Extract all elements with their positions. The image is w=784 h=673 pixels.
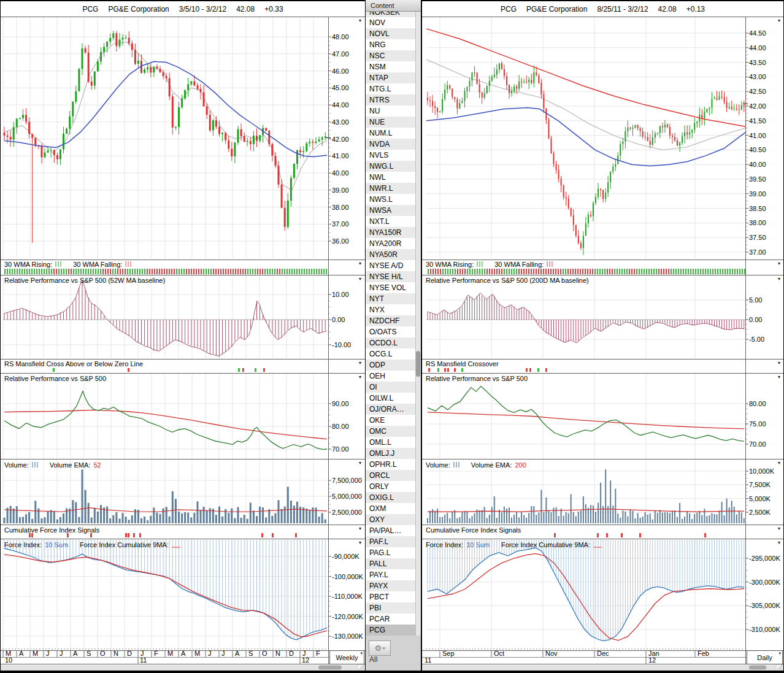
svg-text:39.00: 39.00	[332, 187, 349, 194]
svg-text:-300,000K: -300,000K	[749, 579, 780, 586]
ticker-symbol: PCAR	[369, 615, 390, 623]
left-chart-section: 48.0047.0046.0045.0044.0043.0042.0041.00…	[1, 0, 365, 671]
watchlist-item[interactable]: NZDCHF	[366, 315, 421, 326]
watchlist-item[interactable]: NUE	[366, 117, 421, 128]
watchlist-item[interactable]: ODP	[366, 360, 421, 371]
watchlist-item[interactable]: NTG.L	[366, 83, 421, 94]
scrollbar-thumb[interactable]	[416, 351, 420, 377]
watchlist-item[interactable]: PAG.L	[366, 547, 421, 558]
watchlist-item[interactable]: NYA50R	[366, 249, 421, 260]
watchlist-item[interactable]: NVLS	[366, 150, 421, 161]
watchlist-item[interactable]: OXY	[366, 514, 421, 525]
svg-text:▾: ▾	[359, 540, 361, 545]
watchlist-header[interactable]: Content	[366, 0, 421, 12]
watchlist-scrollbar[interactable]	[415, 12, 421, 636]
chevron-down-icon: ▾	[778, 651, 781, 656]
watchlist-item[interactable]: PBI	[366, 602, 421, 613]
right-chart-canvas[interactable]: 44.5044.0043.5043.0042.5042.0041.5041.00…	[422, 0, 783, 671]
watchlist-item[interactable]: NWL	[366, 172, 421, 183]
watchlist-item[interactable]: NUM.L	[366, 128, 421, 139]
svg-text:43.00: 43.00	[749, 73, 766, 80]
ticker-symbol: NYA150R	[369, 228, 401, 237]
watchlist-item[interactable]: OMLJ.J	[366, 448, 421, 459]
watchlist-item[interactable]: PBCT	[366, 591, 421, 602]
watchlist-item[interactable]: OMC	[366, 426, 421, 437]
watchlist-item[interactable]: PALL	[366, 558, 421, 569]
watchlist-item[interactable]: ORCL	[366, 470, 421, 481]
watchlist-item[interactable]: OPHR.L	[366, 459, 421, 470]
watchlist-item[interactable]: OCDO.L	[366, 337, 421, 348]
watchlist-item[interactable]: OXIG.L	[366, 492, 421, 503]
watchlist-item[interactable]: PCAR	[366, 613, 421, 625]
svg-text:▾: ▾	[778, 18, 780, 23]
watchlist-item[interactable]: OXM	[366, 503, 421, 514]
chevron-down-icon: ▾	[360, 651, 363, 656]
left-chart-canvas[interactable]: 48.0047.0046.0045.0044.0043.0042.0041.00…	[1, 0, 365, 671]
watchlist-item[interactable]: OML.L	[366, 437, 421, 448]
watchlist-item[interactable]: NWS.L	[366, 194, 421, 205]
watchlist-item[interactable]: OCG.L	[366, 348, 421, 360]
svg-text:80.00: 80.00	[749, 400, 766, 407]
watchlist-item[interactable]: NTAP	[366, 72, 421, 83]
gear-menu-button[interactable]: ⚙ ▾	[369, 640, 391, 656]
watchlist-item[interactable]: NYSE H/L	[366, 271, 421, 282]
ticker-symbol: OCDO.L	[369, 339, 398, 347]
watchlist-item[interactable]: NVDA	[366, 139, 421, 150]
rs-panel-title: Relative Performance vs S&P 500 (200D MA…	[426, 276, 589, 284]
watchlist-item[interactable]: NRG	[366, 39, 421, 50]
volume-ema-label: Volume EMA:	[471, 461, 512, 469]
watchlist-item[interactable]: ORLY	[366, 481, 421, 492]
watchlist-item[interactable]: NTRS	[366, 94, 421, 106]
watchlist-item[interactable]: NYT	[366, 293, 421, 304]
ticker-symbol: NTAP	[369, 74, 388, 82]
watchlist-item[interactable]: NWG.L	[366, 161, 421, 172]
ticker-symbol: PA/PAL…	[369, 526, 401, 535]
watchlist-item[interactable]: PA/PAL…	[366, 525, 421, 536]
watchlist-item[interactable]: NOV	[366, 17, 421, 28]
watchlist-item[interactable]: OKE	[366, 415, 421, 426]
svg-text:41.50: 41.50	[749, 117, 766, 125]
volume-dashes-icon	[32, 462, 38, 467]
force-index-value: 10 Sum	[466, 541, 490, 548]
ticker-symbol: OEH	[369, 372, 385, 380]
gear-icon: ⚙	[374, 644, 382, 652]
watchlist-item[interactable]: NYSE A/D	[366, 260, 421, 271]
cum-ma-line-icon	[593, 542, 602, 548]
watchlist-item[interactable]: NSC	[366, 50, 421, 61]
watchlist-item[interactable]: NYA200R	[366, 238, 421, 249]
svg-text:▾: ▾	[359, 360, 361, 366]
svg-text:▾: ▾	[778, 540, 780, 545]
watchlist-item[interactable]: NYX	[366, 304, 421, 315]
watchlist-item[interactable]: OI	[366, 382, 421, 393]
watchlist-item[interactable]: NXT.L	[366, 216, 421, 227]
left-timeframe-select[interactable]: Weekly ▾	[329, 650, 364, 664]
watchlist-item[interactable]: NWR.L	[366, 183, 421, 194]
svg-text:38.00: 38.00	[749, 219, 766, 226]
watchlist-item[interactable]: NYA150R	[366, 227, 421, 238]
right-timeframe-select[interactable]: Daily ▾	[747, 650, 783, 664]
watchlist-item[interactable]: PAYX	[366, 580, 421, 591]
watchlist-item[interactable]: NWSA	[366, 205, 421, 216]
ticker-symbol: NOKSEK	[369, 12, 421, 17]
watchlist-item[interactable]: NOVL	[366, 28, 421, 39]
wma-falling-label: 30 WMA Falling:	[494, 261, 544, 268]
svg-text:-90,000K: -90,000K	[332, 553, 359, 560]
force-index-legend: Force Index: 10 Sum Force Index Cumulati…	[426, 540, 602, 548]
watchlist-item[interactable]: PAY.L	[366, 569, 421, 580]
ticker-symbol: PAF.L	[369, 537, 388, 546]
ticker-symbol: NSC	[369, 52, 385, 60]
watchlist-item[interactable]: NU	[366, 106, 421, 117]
watchlist-item[interactable]: OJ/ORA…	[366, 404, 421, 415]
watchlist-item[interactable]: PCG	[366, 625, 421, 636]
watchlist-item[interactable]: OEH	[366, 371, 421, 382]
ticker-symbol: NWL	[369, 173, 386, 182]
watchlist-item[interactable]: NOKSEK	[366, 12, 421, 17]
watchlist: NOKSEKNOVNOVLNRGNSCNSMNTAPNTG.LNTRSNUNUE…	[366, 12, 421, 636]
watchlist-item[interactable]: O/OATS	[366, 326, 421, 337]
watchlist-item[interactable]: NYSE VOL	[366, 282, 421, 293]
watchlist-item[interactable]: NSM	[366, 61, 421, 72]
svg-text:38.00: 38.00	[332, 204, 349, 211]
watchlist-item[interactable]: PAF.L	[366, 536, 421, 547]
watchlist-item[interactable]: OILW.L	[366, 393, 421, 404]
svg-text:▾: ▾	[778, 526, 780, 531]
